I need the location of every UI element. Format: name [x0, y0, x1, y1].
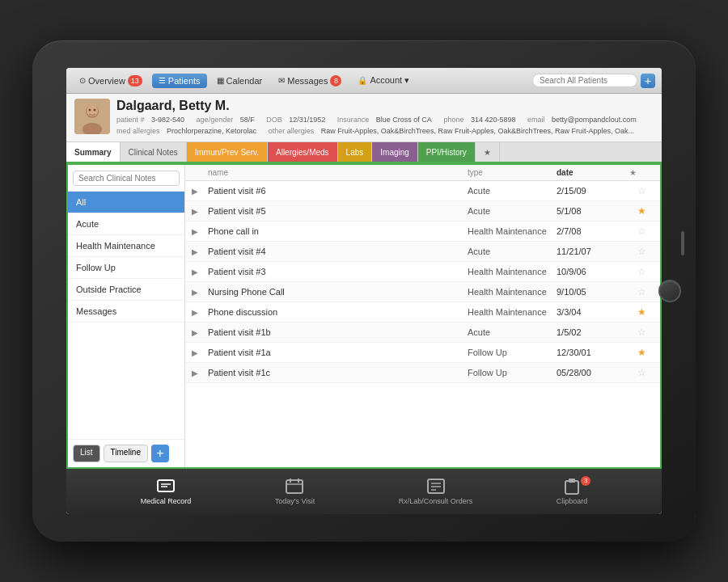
row-arrow: ▶	[192, 369, 208, 377]
table-row[interactable]: ▶ Nursing Phone Call Health Maintenance …	[185, 282, 660, 302]
calendar-icon: ▦	[217, 76, 224, 85]
svg-rect-6	[158, 480, 174, 491]
row-type: Health Maintenance	[468, 226, 557, 236]
row-type: Acute	[468, 186, 557, 196]
col-date: date	[557, 168, 629, 177]
nav-plus-button[interactable]: +	[641, 74, 655, 88]
sidebar-item-all[interactable]: All	[68, 192, 184, 213]
patient-info: Dalgaard, Betty M. patient # 3-982-540 a…	[116, 99, 654, 137]
add-record-button[interactable]: +	[151, 445, 169, 462]
patient-allergies: med allergies Prochlorperazine, Ketorola…	[116, 126, 654, 137]
row-name: Patient visit #3	[208, 267, 468, 276]
tab-clinical[interactable]: Clinical Notes	[121, 142, 187, 162]
tab-immun[interactable]: Immun/Prev Serv.	[187, 142, 268, 162]
tab-allergies[interactable]: Allergies/Meds	[268, 142, 338, 162]
row-date: 3/3/04	[557, 307, 629, 317]
toolbar-medical-record[interactable]: Medical Record	[141, 478, 192, 505]
tablet-shell: ⊙ Overview 13 ☰ Patients ▦ Calendar ✉ Me…	[32, 40, 696, 542]
row-name: Patient visit #5	[208, 206, 468, 216]
svg-point-3	[87, 105, 98, 116]
row-arrow: ▶	[192, 187, 208, 196]
list-view-button[interactable]: List	[73, 445, 100, 462]
tab-star[interactable]: ★	[476, 142, 500, 162]
row-star: ☆	[629, 327, 654, 338]
table-row[interactable]: ▶ Patient visit #4 Acute 11/21/07 ☆	[185, 242, 660, 262]
toolbar-rx-orders[interactable]: Rx/Lab/Consult Orders	[399, 478, 473, 505]
sidebar-item-acute[interactable]: Acute	[68, 213, 184, 235]
overview-icon: ⊙	[79, 76, 86, 85]
row-star: ☆	[629, 266, 654, 277]
svg-rect-9	[286, 480, 303, 493]
todays-visit-icon	[283, 478, 306, 496]
row-type: Health Maintenance	[468, 287, 557, 297]
table-row[interactable]: ▶ Patient visit #1b Acute 1/5/02 ☆	[185, 323, 660, 343]
messages-icon: ✉	[278, 76, 285, 85]
table-row[interactable]: ▶ Patient visit #5 Acute 5/1/08 ★	[185, 201, 660, 221]
tab-ppi[interactable]: PPI/History	[418, 142, 476, 162]
sidebar-search-area	[68, 165, 184, 192]
row-star: ☆	[629, 246, 654, 257]
row-star: ★	[629, 306, 654, 318]
clinical-search-input[interactable]	[73, 171, 180, 186]
top-nav: ⊙ Overview 13 ☰ Patients ▦ Calendar ✉ Me…	[66, 68, 662, 94]
tab-labs[interactable]: Labs	[338, 142, 373, 162]
table-row[interactable]: ▶ Patient visit #1c Follow Up 05/28/00 ☆	[185, 363, 660, 383]
row-date: 2/15/09	[557, 186, 629, 196]
table-row[interactable]: ▶ Patient visit #1a Follow Up 12/30/01 ★	[185, 343, 660, 363]
row-type: Health Maintenance	[468, 307, 557, 317]
patient-name: Dalgaard, Betty M.	[116, 99, 654, 113]
row-date: 05/28/00	[557, 368, 629, 377]
row-type: Acute	[468, 247, 557, 256]
table-row[interactable]: ▶ Phone discussion Health Maintenance 3/…	[185, 302, 660, 323]
row-arrow: ▶	[192, 328, 208, 337]
toolbar-todays-visit[interactable]: Today's Visit	[275, 478, 315, 505]
sidebar-item-messages[interactable]: Messages	[68, 301, 184, 323]
patient-details: patient # 3-982-540 age/gender 58/F DOB …	[116, 115, 654, 126]
patients-icon: ☰	[159, 76, 166, 85]
row-name: Nursing Phone Call	[208, 287, 468, 297]
nav-account[interactable]: 🔒 Account ▾	[351, 73, 416, 88]
sidebar-item-followup[interactable]: Follow Up	[68, 257, 184, 279]
nav-patients[interactable]: ☰ Patients	[152, 74, 207, 88]
row-arrow: ▶	[192, 268, 208, 276]
table-header: name type date ★	[185, 165, 660, 181]
sidebar: All Acute Health Maintenance Follow Up O…	[68, 165, 185, 467]
timeline-view-button[interactable]: Timeline	[104, 445, 148, 462]
toolbar-clipboard[interactable]: 3 Clipboard	[557, 478, 588, 505]
table-row[interactable]: ▶ Patient visit #6 Acute 2/15/09 ☆	[185, 181, 660, 201]
home-button[interactable]	[658, 280, 681, 302]
svg-point-5	[94, 109, 96, 112]
row-name: Patient visit #4	[208, 247, 468, 256]
clipboard-icon	[561, 478, 583, 496]
tab-imaging[interactable]: Imaging	[372, 142, 418, 162]
table-row[interactable]: ▶ Phone call in Health Maintenance 2/7/0…	[185, 221, 660, 242]
row-star: ★	[629, 205, 654, 217]
row-arrow: ▶	[192, 247, 208, 256]
side-button[interactable]	[681, 231, 684, 255]
row-type: Health Maintenance	[468, 267, 557, 276]
medical-record-icon	[154, 478, 177, 496]
sidebar-footer: List Timeline +	[68, 439, 184, 467]
row-star: ☆	[629, 286, 654, 297]
avatar	[74, 99, 110, 134]
row-name: Phone discussion	[208, 307, 468, 317]
nav-calendar[interactable]: ▦ Calendar	[210, 74, 269, 88]
row-date: 11/21/07	[557, 247, 629, 256]
row-name: Patient visit #6	[208, 186, 468, 196]
tab-summary[interactable]: Summary	[66, 142, 121, 162]
nav-overview[interactable]: ⊙ Overview 13	[73, 73, 149, 89]
row-name: Patient visit #1b	[208, 327, 468, 337]
row-name: Phone call in	[208, 226, 468, 236]
col-type: type	[468, 168, 557, 177]
row-arrow: ▶	[192, 227, 208, 236]
sidebar-item-health[interactable]: Health Maintenance	[68, 235, 184, 257]
sidebar-item-outside[interactable]: Outside Practice	[68, 279, 184, 301]
row-date: 1/5/02	[557, 327, 629, 337]
table-row[interactable]: ▶ Patient visit #3 Health Maintenance 10…	[185, 262, 660, 282]
main-content: name type date ★ ▶ Patient visit #6 Acut…	[185, 165, 660, 467]
row-name: Patient visit #1c	[208, 368, 468, 377]
row-arrow: ▶	[192, 308, 208, 317]
row-type: Follow Up	[468, 348, 557, 357]
nav-messages[interactable]: ✉ Messages 8	[272, 73, 348, 89]
search-input[interactable]	[532, 74, 637, 87]
